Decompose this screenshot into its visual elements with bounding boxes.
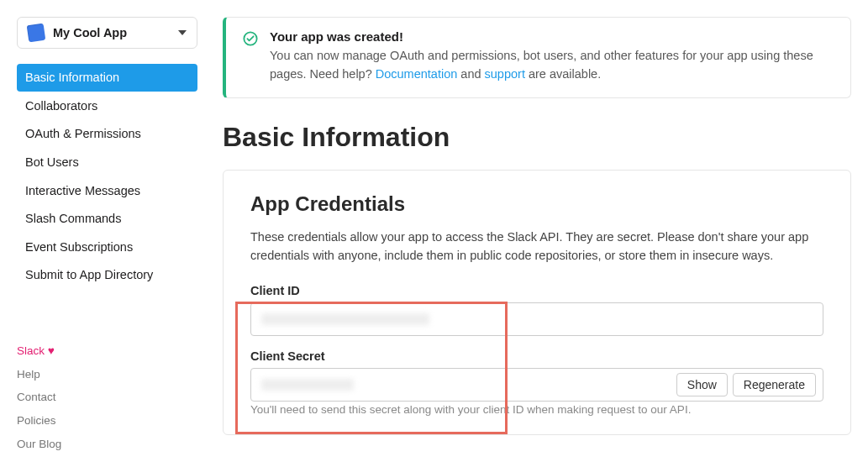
banner-text-mid: and bbox=[457, 67, 484, 81]
main-content: Your app was created! You can now manage… bbox=[223, 17, 851, 445]
nav-event-subscriptions[interactable]: Event Subscriptions bbox=[17, 234, 197, 261]
app-icon bbox=[27, 24, 46, 43]
banner-text: You can now manage OAuth and permissions… bbox=[270, 46, 834, 84]
app-selector-dropdown[interactable]: My Cool App bbox=[17, 17, 197, 49]
footer-blog[interactable]: Our Blog bbox=[17, 433, 197, 456]
nav-bot-users[interactable]: Bot Users bbox=[17, 149, 197, 176]
nav-oauth-permissions[interactable]: OAuth & Permissions bbox=[17, 120, 197, 148]
nav-collaborators[interactable]: Collaborators bbox=[17, 92, 197, 120]
nav-submit-app-directory[interactable]: Submit to App Directory bbox=[17, 261, 197, 289]
client-id-label: Client ID bbox=[250, 284, 823, 297]
success-banner: Your app was created! You can now manage… bbox=[223, 17, 851, 98]
nav-slash-commands[interactable]: Slash Commands bbox=[17, 205, 197, 233]
banner-text-after: are available. bbox=[525, 67, 601, 81]
client-secret-hint: You'll need to send this secret along wi… bbox=[250, 403, 823, 416]
check-circle-icon bbox=[243, 31, 258, 46]
footer-policies[interactable]: Policies bbox=[17, 409, 197, 433]
footer-slack[interactable]: Slack ♥ bbox=[17, 339, 197, 363]
banner-title: Your app was created! bbox=[270, 29, 834, 44]
sidebar-nav: Basic Information Collaborators OAuth & … bbox=[17, 64, 197, 289]
footer-contact[interactable]: Contact bbox=[17, 386, 197, 409]
credentials-heading: App Credentials bbox=[250, 192, 823, 216]
regenerate-button[interactable]: Regenerate bbox=[733, 373, 816, 396]
app-name: My Cool App bbox=[53, 26, 178, 39]
show-button[interactable]: Show bbox=[676, 373, 728, 396]
app-credentials-card: App Credentials These credentials allow … bbox=[223, 170, 851, 435]
client-secret-value-redacted bbox=[261, 379, 354, 391]
support-link[interactable]: support bbox=[485, 67, 525, 81]
nav-interactive-messages[interactable]: Interactive Messages bbox=[17, 177, 197, 205]
documentation-link[interactable]: Documentation bbox=[376, 67, 458, 81]
chevron-down-icon bbox=[178, 30, 187, 35]
client-secret-field[interactable]: Show Regenerate bbox=[250, 368, 823, 402]
page-title: Basic Information bbox=[223, 122, 851, 153]
nav-basic-information[interactable]: Basic Information bbox=[17, 64, 197, 92]
footer-links: Slack ♥ Help Contact Policies Our Blog bbox=[17, 339, 197, 455]
sidebar: My Cool App Basic Information Collaborat… bbox=[17, 17, 197, 445]
credentials-description: These credentials allow your app to acce… bbox=[250, 228, 823, 265]
client-secret-label: Client Secret bbox=[250, 349, 823, 363]
client-id-field[interactable] bbox=[250, 302, 823, 336]
client-id-value-redacted bbox=[261, 313, 429, 325]
footer-help[interactable]: Help bbox=[17, 363, 197, 386]
